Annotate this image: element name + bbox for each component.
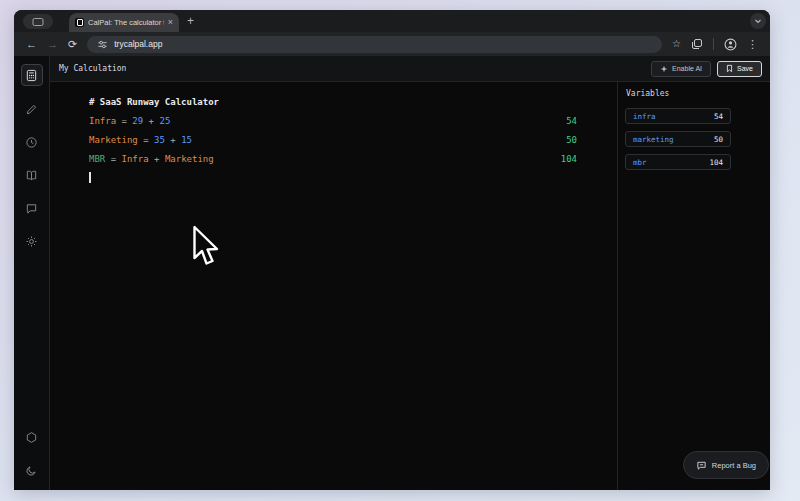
back-button[interactable]: ← bbox=[26, 39, 37, 50]
browser-toolbar: ← → ⟳ trycalpal.app ☆ ⋮ bbox=[14, 32, 770, 56]
bug-bubble-icon bbox=[696, 460, 707, 471]
browser-tab[interactable]: CalPal: The calculator that sp × bbox=[69, 13, 179, 32]
report-a-bug-button[interactable]: Report a Bug bbox=[683, 451, 769, 479]
code-line: Infra = 29 + 2554 bbox=[50, 111, 617, 130]
code-text: MBR = Infra + Marketing bbox=[89, 154, 561, 164]
sidebar-item-history[interactable] bbox=[22, 132, 42, 152]
enable-ai-label: Enable AI bbox=[672, 65, 702, 72]
editor-heading-line: # SaaS Runway Calculator bbox=[50, 92, 617, 111]
code-result: 104 bbox=[561, 154, 577, 164]
variables-panel: Variables infra54marketing50mbr104 bbox=[618, 82, 770, 490]
variable-card: marketing50 bbox=[625, 131, 731, 147]
refresh-button[interactable]: ⟳ bbox=[68, 39, 77, 50]
report-a-bug-label: Report a Bug bbox=[712, 461, 756, 470]
editor-caret-line bbox=[50, 168, 617, 187]
app-header: My Calculation Enable AI Save bbox=[50, 56, 770, 82]
code-result: 50 bbox=[566, 135, 577, 145]
site-settings-icon bbox=[97, 39, 108, 50]
variable-value: 54 bbox=[714, 112, 723, 121]
calpal-favicon-icon bbox=[75, 18, 84, 27]
forward-button[interactable]: → bbox=[47, 39, 58, 50]
text-caret bbox=[89, 172, 91, 183]
variable-value: 104 bbox=[709, 158, 723, 167]
sidebar-item-settings[interactable] bbox=[22, 231, 42, 251]
moon-icon bbox=[25, 464, 38, 477]
sidebar-item-dark-mode[interactable] bbox=[22, 460, 42, 480]
app-sidebar bbox=[14, 56, 50, 490]
code-result: 54 bbox=[566, 116, 577, 126]
chat-bubble-icon bbox=[25, 202, 38, 215]
sidebar-item-calculator[interactable] bbox=[21, 64, 43, 86]
bookmark-star-icon[interactable]: ☆ bbox=[672, 39, 681, 49]
toolbar-right: ☆ ⋮ bbox=[672, 38, 758, 51]
variable-name: marketing bbox=[633, 135, 674, 144]
calculator-icon bbox=[25, 69, 38, 82]
browser-menu-icon[interactable]: ⋮ bbox=[747, 39, 758, 50]
code-text: Infra = 29 + 25 bbox=[89, 116, 566, 126]
editor-lines: Infra = 29 + 2554Marketing = 35 + 1550MB… bbox=[50, 111, 617, 168]
variable-name: mbr bbox=[633, 158, 647, 167]
enable-ai-button[interactable]: Enable AI bbox=[651, 61, 711, 77]
sidebar-item-edit[interactable] bbox=[22, 99, 42, 119]
tab-switcher-icon[interactable] bbox=[691, 38, 703, 50]
variables-list: infra54marketing50mbr104 bbox=[625, 108, 770, 170]
page-title: My Calculation bbox=[59, 64, 126, 73]
code-text: Marketing = 35 + 15 bbox=[89, 135, 566, 145]
save-button[interactable]: Save bbox=[717, 61, 762, 77]
code-editor[interactable]: # SaaS Runway Calculator Infra = 29 + 25… bbox=[50, 82, 617, 490]
tab-strip: CalPal: The calculator that sp × + bbox=[14, 10, 770, 32]
clock-icon bbox=[25, 136, 38, 149]
pencil-icon bbox=[25, 103, 38, 116]
book-icon bbox=[25, 169, 38, 182]
sidebar-item-library[interactable] bbox=[22, 165, 42, 185]
editor-heading: # SaaS Runway Calculator bbox=[89, 97, 577, 107]
content-area: # SaaS Runway Calculator Infra = 29 + 25… bbox=[50, 82, 770, 490]
header-buttons: Enable AI Save bbox=[651, 61, 762, 77]
code-line: Marketing = 35 + 1550 bbox=[50, 130, 617, 149]
save-label: Save bbox=[737, 65, 753, 72]
tab-close-icon[interactable]: × bbox=[168, 18, 173, 27]
sidebar-item-account[interactable] bbox=[22, 427, 42, 447]
chevron-down-icon bbox=[753, 16, 763, 26]
sidebar-item-feedback[interactable] bbox=[22, 198, 42, 218]
variable-name: infra bbox=[633, 112, 656, 121]
bookmark-icon bbox=[726, 64, 733, 73]
browser-window: CalPal: The calculator that sp × + ← → ⟳… bbox=[14, 10, 770, 490]
url-text: trycalpal.app bbox=[114, 39, 162, 49]
variable-card: mbr104 bbox=[625, 154, 731, 170]
toolbar-divider bbox=[713, 38, 714, 50]
tab-search-button[interactable] bbox=[23, 14, 53, 29]
window-chevron-button[interactable] bbox=[750, 13, 766, 29]
monitor-icon bbox=[32, 17, 44, 27]
tab-title: CalPal: The calculator that sp bbox=[88, 18, 164, 27]
code-line: MBR = Infra + Marketing104 bbox=[50, 149, 617, 168]
url-bar[interactable]: trycalpal.app bbox=[87, 36, 662, 53]
variables-title: Variables bbox=[626, 89, 770, 98]
main-panel: My Calculation Enable AI Save bbox=[50, 56, 770, 490]
hexagon-icon bbox=[25, 431, 38, 444]
variable-value: 50 bbox=[714, 135, 723, 144]
calpal-app: My Calculation Enable AI Save bbox=[14, 56, 770, 490]
sparkle-icon bbox=[660, 65, 668, 73]
profile-avatar[interactable] bbox=[724, 38, 737, 51]
variable-card: infra54 bbox=[625, 108, 731, 124]
new-tab-button[interactable]: + bbox=[187, 14, 194, 28]
gear-icon bbox=[25, 235, 38, 248]
